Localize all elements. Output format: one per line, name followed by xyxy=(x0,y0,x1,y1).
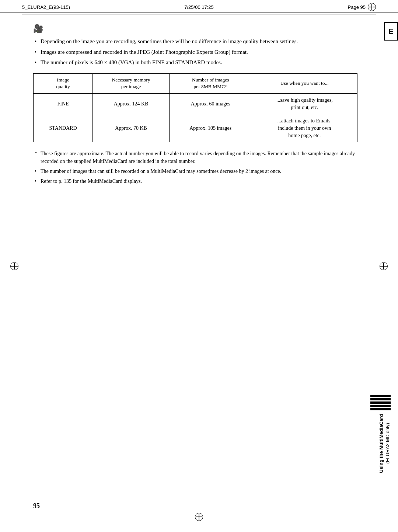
crosshair-bottom-icon xyxy=(196,514,202,520)
cell-quality-standard: STANDARD xyxy=(34,114,93,142)
list-item-text: Images are compressed and recorded in th… xyxy=(41,49,248,55)
cell-use-standard: ...attach images to Emails,include them … xyxy=(252,114,357,142)
header: 5_ELURA2_E(93-115) 7/25/00 17:25 Page 95 xyxy=(0,0,398,13)
top-border-line xyxy=(22,14,376,14)
bar-4 xyxy=(370,405,391,407)
footnote-bullet-2: Refer to p. 135 for the MultiMediaCard d… xyxy=(33,177,357,185)
bar-1 xyxy=(370,395,391,397)
table-row: STANDARD Approx. 70 KB Approx. 105 image… xyxy=(34,114,357,142)
crosshair-right-icon xyxy=(380,263,387,270)
bottom-registration-mark xyxy=(195,513,203,521)
footnotes-section: These figures are approximate. The actua… xyxy=(33,150,357,185)
rotated-line2: (ELURA2 MC only) xyxy=(385,423,390,464)
col-header-memory: Necessary memoryper image xyxy=(93,73,170,94)
intro-bullet-list: Depending on the image you are recording… xyxy=(33,37,357,67)
cell-images-fine: Approx. 60 images xyxy=(169,94,252,114)
rotated-caption: Using the MultiMediaCard (ELURA2 MC only… xyxy=(376,414,391,473)
registration-mark-top xyxy=(368,3,376,11)
cell-use-fine: ...save high quality images,print out, e… xyxy=(252,94,357,114)
main-content: 🎥 Depending on the image you are recordi… xyxy=(0,17,398,195)
footnote-bullet-1-text: The number of images that can still be r… xyxy=(41,168,281,174)
crosshair-left xyxy=(10,262,18,270)
header-left: 5_ELURA2_E(93-115) xyxy=(22,4,140,10)
crosshair-bottom xyxy=(195,513,203,521)
table-row: FINE Approx. 124 KB Approx. 60 images ..… xyxy=(34,94,357,114)
col-header-quality: Imagequality xyxy=(34,73,93,94)
rotated-line1: Using the MultiMediaCard xyxy=(378,414,384,473)
crosshair-left-icon xyxy=(11,263,18,270)
bar-5 xyxy=(370,408,391,410)
tab-label: E xyxy=(388,27,393,36)
col-header-use: Use when you want to... xyxy=(252,73,357,94)
list-item-text: The number of pixels is 640 × 480 (VGA) … xyxy=(41,59,222,65)
footnote-asterisk: These figures are approximate. The actua… xyxy=(33,150,357,165)
decorative-bars xyxy=(372,395,394,410)
list-item: Images are compressed and recorded in th… xyxy=(33,48,357,56)
footnote-asterisk-text: These figures are approximate. The actua… xyxy=(41,151,355,164)
list-item: Depending on the image you are recording… xyxy=(33,37,357,46)
header-datetime: 7/25/00 17:25 xyxy=(184,4,214,10)
camera-icon: 🎥 xyxy=(33,24,43,34)
bar-2 xyxy=(370,398,391,400)
right-registration-mark xyxy=(380,262,388,270)
page-number: 95 xyxy=(33,502,40,510)
footnote-bullet-1: The number of images that can still be r… xyxy=(33,167,357,175)
header-page: Page 95 xyxy=(348,4,366,10)
bottom-right-section: Using the MultiMediaCard (ELURA2 MC only… xyxy=(369,395,398,473)
cell-images-standard: Approx. 105 images xyxy=(169,114,252,142)
header-file-info: 5_ELURA2_E(93-115) xyxy=(22,4,70,10)
page: 5_ELURA2_E(93-115) 7/25/00 17:25 Page 95… xyxy=(0,0,398,532)
header-right: Page 95 xyxy=(258,3,376,11)
list-item: The number of pixels is 640 × 480 (VGA) … xyxy=(33,58,357,67)
footnote-bullet-2-text: Refer to p. 135 for the MultiMediaCard d… xyxy=(41,178,142,184)
image-quality-table: Imagequality Necessary memoryper image N… xyxy=(33,73,357,143)
header-center: 7/25/00 17:25 xyxy=(140,4,258,10)
table-header-row: Imagequality Necessary memoryper image N… xyxy=(34,73,357,94)
col-header-images: Number of imagesper 8MB MMC* xyxy=(169,73,252,94)
bar-3 xyxy=(370,401,391,404)
right-tab-e: E xyxy=(384,22,398,41)
crosshair-icon xyxy=(369,4,375,10)
left-registration-mark xyxy=(10,262,18,270)
cell-memory-standard: Approx. 70 KB xyxy=(93,114,170,142)
cell-quality-fine: FINE xyxy=(34,94,93,114)
crosshair-right xyxy=(380,262,388,270)
cell-memory-fine: Approx. 124 KB xyxy=(93,94,170,114)
list-item-text: Depending on the image you are recording… xyxy=(41,38,298,44)
